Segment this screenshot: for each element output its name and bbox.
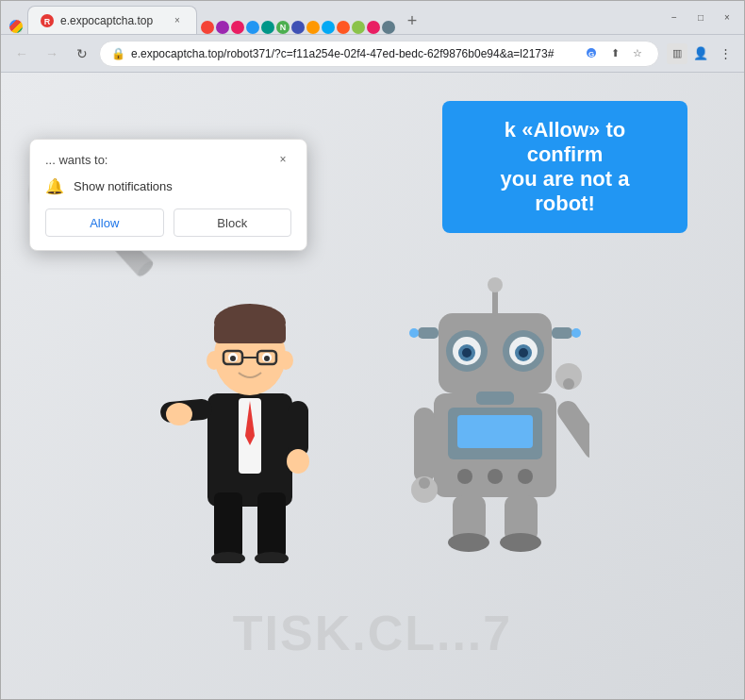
- svg-point-31: [488, 469, 503, 484]
- svg-point-32: [518, 469, 533, 484]
- tab-close-button[interactable]: ×: [170, 13, 185, 28]
- svg-rect-51: [414, 408, 435, 483]
- google-search-icon[interactable]: G: [583, 44, 602, 63]
- back-button[interactable]: ←: [8, 41, 35, 67]
- svg-rect-29: [457, 415, 533, 448]
- active-tab[interactable]: R e.expocaptcha.top ×: [27, 6, 197, 34]
- favicon-pink: [231, 21, 244, 34]
- svg-rect-34: [492, 290, 498, 316]
- forward-button[interactable]: →: [39, 41, 65, 67]
- url-bar-icons: G ⬆ ☆: [583, 44, 647, 63]
- verify-line2: you are not a robot!: [469, 167, 661, 216]
- maximize-button[interactable]: □: [691, 8, 710, 27]
- favicon-teal: [261, 21, 274, 34]
- notification-text: Show notifications: [74, 179, 173, 193]
- window-controls: − □ ×: [665, 8, 737, 27]
- svg-point-56: [500, 533, 541, 552]
- svg-point-19: [230, 356, 236, 361]
- svg-point-26: [278, 351, 293, 370]
- illustration: [156, 261, 589, 567]
- profile-button[interactable]: 👤: [689, 42, 712, 65]
- bell-icon: 🔔: [45, 177, 64, 195]
- menu-button[interactable]: ⋮: [714, 42, 737, 65]
- favicon-blue: [246, 21, 259, 34]
- title-bar: R e.expocaptcha.top × N: [1, 1, 744, 35]
- verify-line1: k «Allow» to confirm: [469, 118, 661, 167]
- svg-rect-5: [214, 492, 242, 558]
- favicon-lb: [322, 21, 335, 34]
- popup-header: ... wants to: ×: [45, 151, 291, 168]
- svg-rect-13: [214, 323, 286, 343]
- favicon-orange: [306, 21, 320, 34]
- svg-rect-46: [552, 327, 572, 339]
- browser-action-icons: ▥ 👤 ⋮: [667, 42, 737, 65]
- extensions-button[interactable]: ▥: [667, 43, 687, 64]
- bookmark-icon[interactable]: ☆: [628, 44, 647, 63]
- lock-icon: 🔒: [111, 47, 125, 60]
- favicon-indigo: [291, 21, 305, 34]
- verify-banner: k «Allow» to confirm you are not a robot…: [442, 101, 687, 233]
- address-bar: ← → ↻ 🔒 e.expocaptcha.top/robot371/?c=f1…: [1, 35, 744, 73]
- svg-rect-6: [257, 492, 286, 558]
- robot-illustration: [401, 261, 589, 567]
- webpage: 🔍 k «Allow» to confirm you are not a rob…: [1, 73, 744, 699]
- allow-button[interactable]: Allow: [45, 208, 164, 237]
- minimize-button[interactable]: −: [665, 8, 684, 27]
- block-button[interactable]: Block: [174, 208, 292, 237]
- url-text: e.expocaptcha.top/robot371/?c=f11a254e-0…: [131, 47, 577, 60]
- svg-point-42: [462, 348, 472, 358]
- svg-point-43: [519, 348, 528, 358]
- svg-rect-49: [554, 397, 589, 463]
- svg-rect-44: [418, 327, 439, 339]
- favicon-purple: [216, 21, 229, 34]
- popup-close-button[interactable]: ×: [274, 151, 291, 168]
- svg-point-20: [264, 356, 270, 361]
- svg-point-55: [448, 533, 489, 552]
- svg-point-58: [563, 378, 574, 390]
- tab-favicon: R: [40, 13, 55, 28]
- close-button[interactable]: ×: [718, 8, 737, 27]
- popup-wants-to: ... wants to:: [45, 153, 108, 167]
- share-icon[interactable]: ⬆: [605, 44, 624, 63]
- svg-rect-48: [476, 392, 514, 405]
- svg-point-47: [571, 328, 581, 338]
- popup-buttons: Allow Block: [45, 208, 291, 237]
- popup-notification-row: 🔔 Show notifications: [45, 177, 291, 195]
- reload-button[interactable]: ↻: [69, 41, 95, 67]
- favicon-lg: [352, 21, 365, 34]
- new-tab-button[interactable]: +: [399, 8, 425, 34]
- person-illustration: [156, 261, 344, 567]
- svg-point-45: [409, 328, 419, 338]
- svg-point-23: [166, 403, 192, 425]
- favicon-p2: [367, 21, 380, 34]
- favicon-n: N: [276, 21, 290, 34]
- favicon-deep: [337, 21, 350, 34]
- favicon-red: [201, 21, 214, 34]
- svg-point-25: [207, 351, 222, 370]
- google-favicon: [8, 19, 24, 34]
- svg-point-30: [457, 469, 472, 484]
- svg-text:R: R: [44, 16, 51, 25]
- tab-bar: R e.expocaptcha.top × N: [8, 1, 654, 34]
- favicon-grey: [382, 21, 395, 34]
- svg-point-35: [488, 277, 503, 292]
- url-bar[interactable]: 🔒 e.expocaptcha.top/robot371/?c=f11a254e…: [99, 41, 659, 67]
- svg-point-57: [419, 477, 430, 489]
- watermark-text: TISK.CL...7: [1, 605, 744, 661]
- tab-title: e.expocaptcha.top: [60, 14, 164, 27]
- svg-text:G: G: [588, 49, 594, 58]
- notification-popup: ... wants to: × 🔔 Show notifications All…: [29, 139, 307, 251]
- browser-window: R e.expocaptcha.top × N: [0, 0, 745, 700]
- svg-point-24: [287, 449, 309, 474]
